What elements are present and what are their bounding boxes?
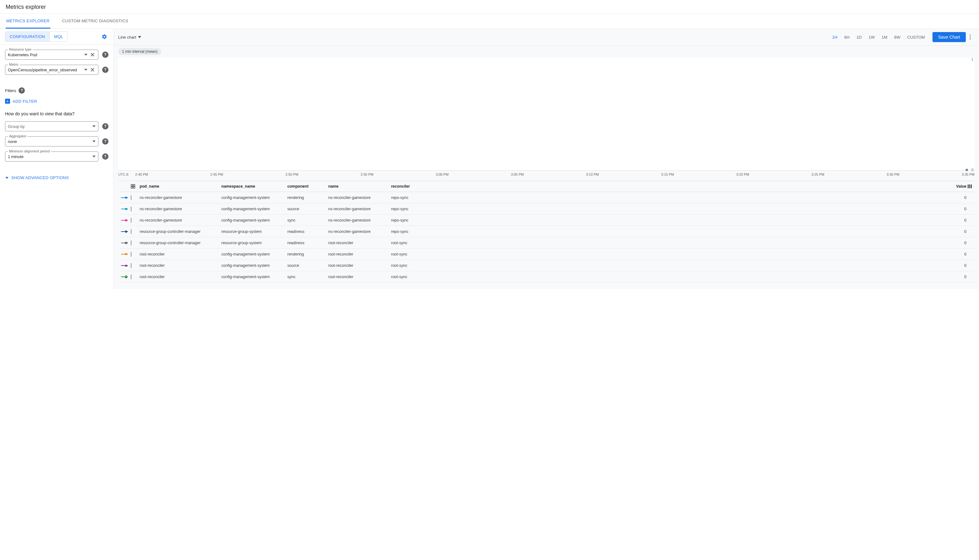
help-icon[interactable]: ? <box>102 123 108 130</box>
tab-metrics-explorer[interactable]: METRICS EXPLORER <box>6 14 50 28</box>
th-namespace-name[interactable]: namespace_name <box>221 184 287 188</box>
filters-label: Filters <box>5 88 16 93</box>
table-row[interactable]: ns-reconciler-gamestore config-managemen… <box>118 192 975 203</box>
help-icon[interactable]: ? <box>102 153 108 160</box>
columns-icon[interactable] <box>968 185 975 188</box>
cell-pod-name: root-reconciler <box>140 275 221 279</box>
series-checkbox[interactable] <box>131 218 132 223</box>
y-axis-min: 0 <box>971 168 973 172</box>
cell-pod-name: root-reconciler <box>140 252 221 257</box>
svg-rect-8 <box>969 185 970 188</box>
cell-pod-name: ns-reconciler-gamestore <box>140 207 221 211</box>
metric-select[interactable]: Metric OpenCensus/pipeline_error_observe… <box>5 65 98 75</box>
svg-rect-21 <box>125 277 127 278</box>
gear-icon[interactable] <box>100 33 108 41</box>
chevron-down-icon <box>5 176 9 180</box>
table-row[interactable]: root-reconciler config-management-system… <box>118 260 975 271</box>
range-6h[interactable]: 6H <box>844 35 850 40</box>
table-row[interactable]: resource-group-controller-manager resour… <box>118 237 975 248</box>
clear-metric-button[interactable] <box>89 67 95 73</box>
save-chart-button[interactable]: Save Chart <box>932 32 966 42</box>
group-by-select[interactable]: Group by <box>5 121 98 132</box>
range-1d[interactable]: 1D <box>856 35 862 40</box>
svg-rect-4 <box>133 185 135 186</box>
svg-point-1 <box>969 37 971 37</box>
help-icon[interactable]: ? <box>102 67 108 73</box>
th-pod-name[interactable]: pod_name <box>140 184 221 188</box>
series-checkbox[interactable] <box>131 252 132 257</box>
aggregator-label: Aggregator <box>8 134 27 138</box>
tab-custom-metric-diagnostics[interactable]: CUSTOM METRIC DIAGNOSTICS <box>62 14 129 28</box>
range-1m[interactable]: 1M <box>882 35 887 40</box>
th-name[interactable]: name <box>328 184 391 188</box>
range-6w[interactable]: 6W <box>894 35 901 40</box>
resource-type-label: Resource type <box>8 47 33 51</box>
more-options-button[interactable] <box>966 35 975 40</box>
add-filter-button[interactable]: + ADD FILTER <box>0 93 113 109</box>
cell-reconciler: root-sync <box>391 252 949 257</box>
cell-component: readiness <box>287 241 328 245</box>
x-tick: 2:45 PM <box>210 173 223 176</box>
series-swatch-icon <box>118 218 131 223</box>
resource-type-select[interactable]: Resource type Kubernetes Pod <box>5 50 98 60</box>
cell-value: 0 <box>949 252 968 257</box>
min-alignment-select[interactable]: Minimum alignment period 1 minute <box>5 152 98 162</box>
series-checkbox[interactable] <box>131 229 132 234</box>
zoom-out-icon[interactable]: ✖ <box>965 168 968 172</box>
clear-resource-type-button[interactable] <box>89 52 95 58</box>
series-checkbox[interactable] <box>131 274 132 279</box>
cell-value: 0 <box>949 263 968 268</box>
series-swatch-icon <box>118 263 131 268</box>
cell-namespace-name: resource-group-system <box>221 241 287 245</box>
cell-name: root-reconciler <box>328 263 391 268</box>
table-row[interactable]: root-reconciler config-management-system… <box>118 271 975 283</box>
cell-component: rendering <box>287 252 328 257</box>
cell-component: rendering <box>287 195 328 200</box>
series-checkbox[interactable] <box>131 207 132 212</box>
cell-name: ns-reconciler-gamestore <box>328 207 391 211</box>
cell-name: root-reconciler <box>328 275 391 279</box>
table-row[interactable]: root-reconciler config-management-system… <box>118 248 975 260</box>
range-1w[interactable]: 1W <box>869 35 875 40</box>
chevron-down-icon <box>92 125 95 127</box>
mode-configuration-button[interactable]: CONFIGURATION <box>5 32 49 42</box>
x-axis: UTC-8 2:40 PM2:45 PM2:50 PM2:55 PM3:00 P… <box>114 171 979 181</box>
help-icon[interactable]: ? <box>102 138 108 145</box>
chevron-down-icon <box>138 36 141 38</box>
cell-name: root-reconciler <box>328 241 391 245</box>
mode-mql-button[interactable]: MQL <box>49 32 68 42</box>
series-checkbox[interactable] <box>131 263 132 268</box>
svg-point-0 <box>969 35 971 35</box>
chart-plot-area[interactable]: 1 ✖ 0 <box>118 58 975 171</box>
series-swatch-icon <box>118 207 131 212</box>
range-custom[interactable]: CUSTOM <box>907 35 925 40</box>
table-row[interactable]: ns-reconciler-gamestore config-managemen… <box>118 203 975 215</box>
th-value[interactable]: Value <box>949 184 968 188</box>
th-reconciler[interactable]: reconciler <box>391 184 949 188</box>
cell-namespace-name: config-management-system <box>221 218 287 222</box>
range-1h[interactable]: 1H <box>832 35 837 40</box>
table-row[interactable]: ns-reconciler-gamestore config-managemen… <box>118 215 975 226</box>
help-icon[interactable]: ? <box>18 87 25 93</box>
x-axis-timezone: UTC-8 <box>118 173 135 176</box>
x-tick: 3:20 PM <box>736 173 749 176</box>
cell-reconciler: root-sync <box>391 263 949 268</box>
cell-component: sync <box>287 218 328 222</box>
help-icon[interactable]: ? <box>102 52 108 58</box>
chevron-down-icon <box>84 69 87 71</box>
table-icon <box>131 184 140 188</box>
chart-panel: Line chart 1H 6H 1D 1W 1M 6W CUSTOM Save… <box>114 29 979 289</box>
x-tick: 3:35 PM <box>962 173 975 176</box>
show-advanced-options-button[interactable]: SHOW ADVANCED OPTIONS <box>0 172 113 184</box>
series-checkbox[interactable] <box>131 240 132 245</box>
svg-rect-7 <box>968 185 969 188</box>
th-component[interactable]: component <box>287 184 328 188</box>
chevron-down-icon <box>92 140 95 142</box>
table-row[interactable]: resource-group-controller-manager resour… <box>118 226 975 237</box>
series-checkbox[interactable] <box>131 195 132 200</box>
tabs-bar: METRICS EXPLORER CUSTOM METRIC DIAGNOSTI… <box>0 14 979 29</box>
aggregator-select[interactable]: Aggregator none <box>5 137 98 147</box>
page-title: Metrics explorer <box>0 0 979 14</box>
cell-component: source <box>287 207 328 211</box>
chart-type-select[interactable]: Line chart <box>118 35 141 40</box>
